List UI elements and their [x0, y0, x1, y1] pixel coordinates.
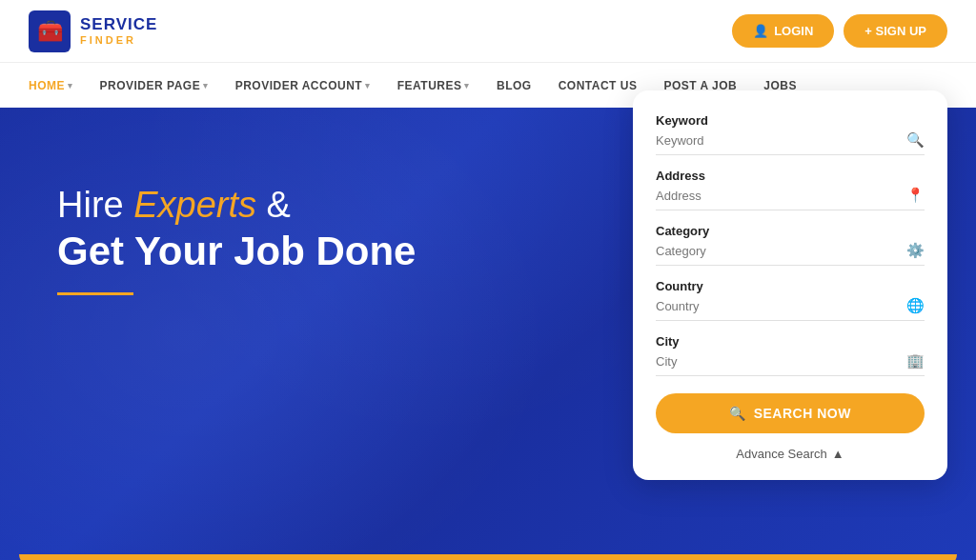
header: 🧰 SERVICE FINDER 👤 LOGIN + SIGN UP — [0, 0, 976, 62]
nav-blog-label: BLOG — [497, 79, 532, 92]
nav-item-blog[interactable]: BLOG — [497, 79, 532, 92]
chevron-down-icon: ▾ — [203, 81, 209, 90]
category-icon: ⚙️ — [906, 242, 925, 259]
city-input[interactable] — [656, 354, 906, 369]
category-input-wrap: ⚙️ — [656, 242, 925, 266]
search-btn-label: SEARCH NOW — [754, 406, 851, 421]
logo-icon: 🧰 — [29, 10, 71, 52]
hero-content: Hire Experts & Get Your Job Done — [57, 108, 416, 295]
hero-line1-suffix: & — [256, 185, 291, 225]
nav-provider-account-label: PROVIDER ACCOUNT — [235, 79, 363, 92]
nav-item-provider-account[interactable]: PROVIDER ACCOUNT ▾ — [235, 79, 371, 92]
search-btn-icon: 🔍 — [729, 406, 746, 421]
nav-item-provider-page[interactable]: PROVIDER PAGE ▾ — [100, 79, 209, 92]
nav-item-features[interactable]: FEATURES ▾ — [397, 79, 470, 92]
category-label: Category — [656, 224, 925, 238]
country-input-wrap: 🌐 — [656, 297, 925, 321]
city-field: City 🏢 — [656, 334, 925, 376]
hero-divider — [57, 292, 133, 295]
nav-contact-label: CONTACT US — [559, 79, 638, 92]
signup-label: + SIGN UP — [864, 24, 926, 38]
category-field: Category ⚙️ — [656, 224, 925, 266]
globe-icon: 🌐 — [906, 297, 925, 314]
signup-button[interactable]: + SIGN UP — [844, 14, 947, 48]
nav-item-contact[interactable]: CONTACT US — [559, 79, 638, 92]
city-input-wrap: 🏢 — [656, 352, 925, 376]
login-icon: 👤 — [753, 24, 768, 38]
address-label: Address — [656, 169, 925, 183]
nav-provider-page-label: PROVIDER PAGE — [100, 79, 201, 92]
advance-search-label: Advance Search — [736, 447, 826, 461]
search-now-button[interactable]: 🔍 SEARCH NOW — [656, 393, 925, 433]
country-input[interactable] — [656, 299, 906, 313]
country-field: Country 🌐 — [656, 279, 925, 321]
logo[interactable]: 🧰 SERVICE FINDER — [29, 10, 157, 52]
chevron-down-icon: ▾ — [365, 81, 371, 90]
search-icon: 🔍 — [906, 131, 925, 149]
advance-search-toggle[interactable]: Advance Search ▲ — [656, 447, 925, 461]
nav-features-label: FEATURES — [397, 79, 462, 92]
header-buttons: 👤 LOGIN + SIGN UP — [732, 14, 947, 48]
logo-finder-text: FINDER — [80, 34, 157, 46]
login-label: LOGIN — [774, 24, 813, 38]
address-input-wrap: 📍 — [656, 187, 925, 210]
card-accent-bar — [19, 554, 957, 560]
hero-subtitle: Hire Experts & — [57, 184, 416, 228]
keyword-label: Keyword — [656, 113, 925, 128]
search-card: Keyword 🔍 Address 📍 Category ⚙️ Country … — [633, 90, 947, 480]
hero-highlight: Experts — [133, 185, 256, 225]
nav-home-label: HOME — [29, 79, 65, 92]
address-field: Address 📍 — [656, 169, 925, 210]
keyword-field: Keyword 🔍 — [656, 113, 925, 155]
category-input[interactable] — [656, 244, 906, 258]
logo-service-text: SERVICE — [80, 16, 157, 34]
chevron-up-icon: ▲ — [832, 447, 844, 461]
hero-line1-text: Hire — [57, 185, 133, 225]
keyword-input[interactable] — [656, 133, 906, 148]
login-button[interactable]: 👤 LOGIN — [732, 14, 834, 48]
logo-text: SERVICE FINDER — [80, 16, 157, 46]
building-icon: 🏢 — [906, 352, 925, 370]
nav-item-home[interactable]: HOME ▾ — [29, 79, 73, 92]
chevron-down-icon: ▾ — [464, 81, 470, 90]
hero-title: Get Your Job Done — [57, 228, 416, 275]
address-input[interactable] — [656, 189, 906, 203]
country-label: Country — [656, 279, 925, 293]
location-icon: 📍 — [906, 187, 925, 204]
keyword-input-wrap: 🔍 — [656, 131, 925, 155]
city-label: City — [656, 334, 925, 349]
chevron-down-icon: ▾ — [68, 81, 73, 90]
